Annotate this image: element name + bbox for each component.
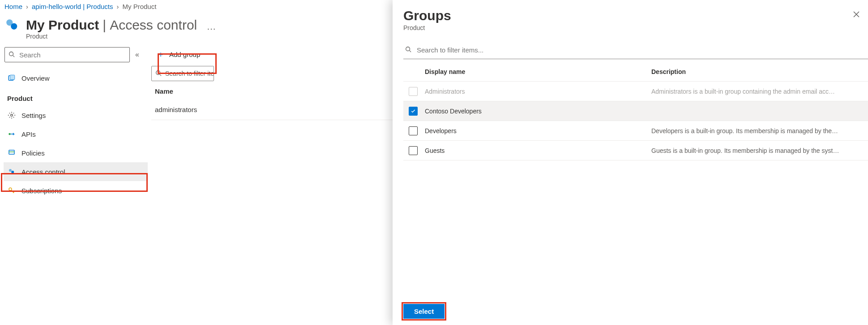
row-name: Administrators <box>423 88 651 95</box>
checkbox[interactable] <box>409 126 418 135</box>
table-row: Administrators Administrators is a built… <box>403 82 868 101</box>
sidebar-section-heading: Product <box>4 87 148 106</box>
svg-line-16 <box>410 51 411 52</box>
row-desc: Developers is a built-in group. Its memb… <box>651 127 868 134</box>
chevron-right-icon: › <box>26 3 28 10</box>
table-row[interactable]: Developers Developers is a built-in grou… <box>403 121 868 141</box>
sidebar-item-label: Policies <box>21 149 45 157</box>
sidebar: « Overview Product Settings APIs Po <box>0 44 148 200</box>
search-icon <box>9 51 15 59</box>
svg-point-2 <box>9 52 13 56</box>
search-icon <box>405 46 411 54</box>
users-icon <box>7 167 16 176</box>
content-filter[interactable]: Search to filter items... <box>151 66 214 81</box>
row-name: Developers <box>423 127 651 134</box>
row-name: Contoso Developers <box>423 108 651 115</box>
resource-type-label: Product <box>26 33 197 40</box>
sidebar-item-access-control[interactable]: Access control <box>4 162 148 181</box>
api-icon <box>7 130 16 139</box>
column-header-description[interactable]: Description <box>651 68 868 75</box>
groups-panel: Groups Product Display name Description … <box>393 0 868 325</box>
overview-icon <box>7 74 16 82</box>
sidebar-search-input[interactable] <box>18 51 126 59</box>
checkbox[interactable] <box>409 146 418 155</box>
sidebar-item-settings[interactable]: Settings <box>4 106 148 125</box>
key-icon <box>7 186 16 195</box>
add-group-label: Add group <box>169 51 200 58</box>
page-subtitle: Access control <box>110 17 197 33</box>
svg-point-7 <box>9 133 11 135</box>
close-icon[interactable] <box>853 11 860 19</box>
plus-icon: ＋ <box>157 49 165 60</box>
svg-point-1 <box>11 23 17 30</box>
panel-search[interactable] <box>403 43 868 59</box>
svg-point-13 <box>156 70 160 74</box>
sidebar-item-overview[interactable]: Overview <box>4 69 148 87</box>
svg-point-6 <box>11 114 13 117</box>
sidebar-item-label: Overview <box>21 74 50 82</box>
row-name: Guests <box>423 147 651 154</box>
more-icon[interactable]: ⋯ <box>203 23 219 34</box>
svg-point-10 <box>9 169 12 172</box>
sidebar-item-label: Subscriptions <box>21 187 62 195</box>
page-title: My Product <box>26 17 99 33</box>
select-button[interactable]: Select <box>403 304 445 319</box>
checkbox <box>409 87 418 96</box>
svg-rect-5 <box>10 75 15 80</box>
add-group-button[interactable]: ＋ Add group <box>151 46 205 62</box>
checkbox[interactable] <box>409 107 418 116</box>
sidebar-item-label: APIs <box>21 130 36 138</box>
collapse-sidebar-icon[interactable]: « <box>135 51 139 59</box>
breadcrumb-home[interactable]: Home <box>4 3 22 10</box>
chevron-right-icon: › <box>116 3 119 10</box>
row-desc: Administrators is a built-in group conta… <box>651 88 868 95</box>
breadcrumb-current: My Product <box>122 3 156 10</box>
svg-line-14 <box>160 74 162 76</box>
search-icon <box>155 70 162 78</box>
svg-point-15 <box>406 47 410 51</box>
column-header-display-name[interactable]: Display name <box>423 68 651 75</box>
svg-point-12 <box>9 188 12 191</box>
svg-line-3 <box>13 55 15 57</box>
product-icon <box>4 17 20 34</box>
gear-icon <box>7 111 16 120</box>
sidebar-item-policies[interactable]: Policies <box>4 143 148 162</box>
breadcrumb-products[interactable]: apim-hello-world | Products <box>32 3 113 10</box>
policies-icon <box>7 148 16 157</box>
content-filter-placeholder: Search to filter items... <box>165 70 214 77</box>
panel-subtitle: Product <box>403 24 857 31</box>
row-desc: Guests is a built-in group. Its membersh… <box>651 147 868 154</box>
table-row[interactable]: Guests Guests is a built-in group. Its m… <box>403 141 868 160</box>
sidebar-search[interactable] <box>4 47 130 62</box>
sidebar-item-label: Settings <box>21 112 46 119</box>
panel-search-input[interactable] <box>416 46 866 54</box>
panel-title: Groups <box>403 8 857 23</box>
sidebar-item-label: Access control <box>21 168 65 176</box>
sidebar-item-apis[interactable]: APIs <box>4 125 148 143</box>
panel-table-header: Display name Description <box>403 62 868 82</box>
sidebar-item-subscriptions[interactable]: Subscriptions <box>4 181 148 200</box>
svg-point-11 <box>11 171 14 173</box>
table-row[interactable]: Contoso Developers <box>403 101 868 121</box>
